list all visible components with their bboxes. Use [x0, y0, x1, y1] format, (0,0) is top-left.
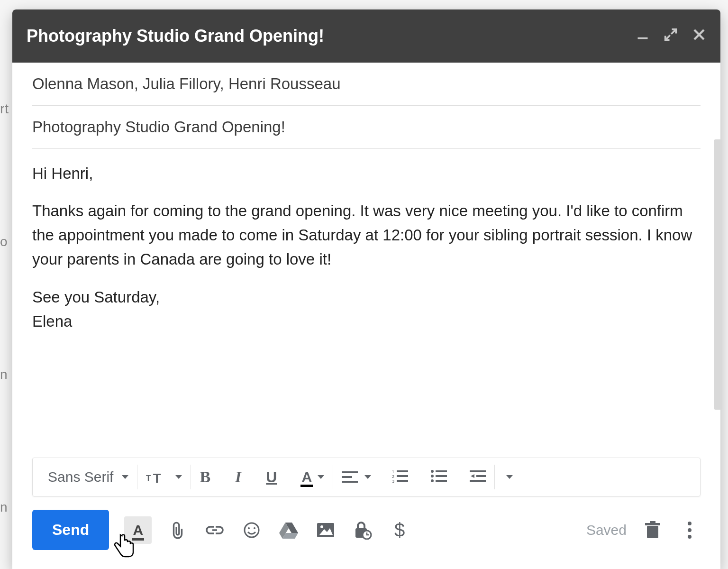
body-closing-line: See you Saturday, [32, 285, 701, 309]
bulleted-list-icon [431, 469, 447, 483]
body-greeting: Hi Henri, [32, 161, 701, 185]
svg-rect-20 [470, 480, 486, 482]
svg-point-12 [431, 470, 434, 473]
insert-drive-button[interactable] [278, 519, 300, 541]
text-size-icon: T T [146, 469, 167, 485]
compose-window: Photography Studio Grand Opening! Olenna… [12, 9, 720, 569]
svg-rect-16 [436, 475, 447, 477]
svg-rect-18 [470, 470, 486, 472]
font-size-picker[interactable]: T T [137, 465, 191, 489]
insert-emoji-button[interactable] [241, 519, 263, 541]
minimize-icon[interactable] [636, 28, 649, 45]
svg-rect-10 [397, 475, 408, 477]
italic-button[interactable]: I [235, 468, 241, 486]
svg-rect-36 [650, 521, 655, 523]
more-options-button[interactable] [679, 519, 701, 541]
svg-rect-15 [436, 470, 447, 472]
saved-status: Saved [586, 522, 627, 538]
send-button[interactable]: Send [32, 510, 109, 550]
svg-rect-3 [342, 471, 358, 473]
discard-draft-button[interactable] [642, 519, 664, 541]
trash-icon [645, 521, 660, 539]
paperclip-icon [170, 520, 186, 540]
svg-point-39 [688, 535, 692, 539]
text-color-button[interactable]: A [301, 469, 324, 485]
formatting-options-button[interactable]: A [124, 516, 152, 544]
font-family-picker[interactable]: Sans Serif [39, 465, 137, 489]
kebab-menu-icon [687, 521, 692, 539]
chevron-down-icon [364, 475, 371, 479]
body-paragraph: Thanks again for coming to the grand ope… [32, 199, 701, 271]
chevron-down-icon [122, 475, 128, 479]
body-scrollbar[interactable] [714, 139, 722, 410]
svg-rect-34 [647, 526, 658, 538]
chevron-down-icon [506, 475, 513, 479]
font-name-label: Sans Serif [48, 469, 113, 485]
insert-link-button[interactable] [204, 519, 226, 541]
svg-point-38 [688, 528, 692, 532]
insert-money-button[interactable]: $ [389, 519, 410, 541]
drive-icon [279, 522, 298, 539]
smile-icon [243, 521, 261, 539]
chevron-down-icon [175, 475, 182, 479]
window-title: Photography Studio Grand Opening! [27, 26, 636, 46]
bulleted-list-button[interactable] [431, 469, 447, 485]
window-controls [636, 28, 706, 45]
expand-icon[interactable] [664, 28, 678, 45]
numbered-list-button[interactable]: 1 2 3 [392, 469, 408, 485]
svg-marker-21 [471, 474, 474, 478]
svg-rect-19 [476, 475, 486, 477]
subject-field[interactable]: Photography Studio Grand Opening! [32, 106, 701, 149]
svg-point-24 [254, 527, 255, 529]
svg-text:2: 2 [392, 474, 394, 479]
svg-point-23 [248, 527, 250, 529]
formatting-toolbar: Sans Serif T T B I U A [32, 458, 701, 496]
align-left-icon [342, 470, 358, 484]
align-button[interactable] [342, 470, 371, 484]
header-fields: Olenna Mason, Julia Fillory, Henri Rouss… [12, 63, 720, 149]
svg-text:1: 1 [392, 469, 394, 474]
background-text: rt o n n – a ol a ol [0, 76, 11, 569]
svg-rect-28 [317, 523, 334, 537]
svg-text:3: 3 [392, 479, 394, 483]
svg-point-30 [320, 525, 323, 528]
svg-text:T: T [153, 471, 161, 485]
recipients-field[interactable]: Olenna Mason, Julia Fillory, Henri Rouss… [32, 63, 701, 106]
image-icon [317, 523, 335, 538]
bold-button[interactable]: B [200, 468, 210, 486]
lock-clock-icon [353, 521, 373, 540]
svg-rect-4 [342, 476, 352, 478]
svg-rect-0 [638, 37, 648, 39]
numbered-list-icon: 1 2 3 [392, 469, 408, 483]
svg-point-14 [431, 479, 434, 482]
svg-point-22 [245, 523, 259, 537]
compose-titlebar: Photography Studio Grand Opening! [12, 9, 720, 63]
compose-footer: Send A [12, 510, 720, 569]
link-icon [204, 524, 225, 536]
svg-rect-9 [397, 470, 408, 472]
svg-rect-5 [342, 481, 358, 483]
indent-decrease-icon [470, 469, 486, 483]
svg-rect-11 [397, 480, 408, 482]
confidential-mode-button[interactable] [352, 519, 373, 541]
message-body[interactable]: Hi Henri, Thanks again for coming to the… [12, 149, 720, 458]
insert-photo-button[interactable] [315, 519, 337, 541]
svg-point-13 [431, 475, 434, 477]
more-formatting-button[interactable] [495, 465, 521, 489]
svg-rect-17 [436, 480, 447, 482]
close-icon[interactable] [692, 28, 706, 45]
attach-file-button[interactable] [167, 519, 189, 541]
svg-point-37 [688, 522, 692, 525]
underline-button[interactable]: U [266, 468, 277, 486]
chevron-down-icon [318, 475, 324, 479]
svg-text:T: T [146, 474, 151, 482]
indent-less-button[interactable] [470, 469, 486, 485]
body-signature: Elena [32, 309, 701, 333]
